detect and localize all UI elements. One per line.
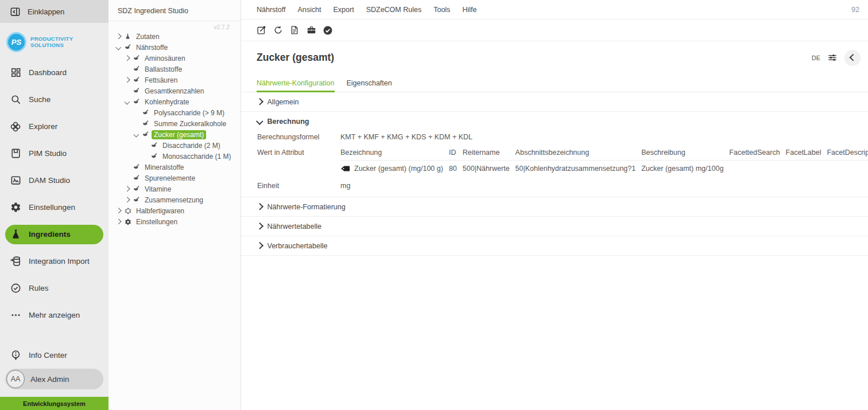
briefcase-button[interactable] <box>306 25 316 36</box>
filter-sliders-icon[interactable] <box>827 53 838 63</box>
chevron-right-icon[interactable] <box>116 208 121 213</box>
ingredient-tree: Zutaten Nährstoffe Aminosäuren Ballastst… <box>108 31 241 227</box>
tab-naehrwerte-konfiguration[interactable]: Nährwerte-Konfiguration <box>257 74 335 92</box>
user-menu[interactable]: AA Alex Admin <box>5 369 103 389</box>
tab-eigenschaften[interactable]: Eigenschaften <box>347 74 392 92</box>
mortar-icon <box>125 44 134 50</box>
menu-hilfe[interactable]: Hilfe <box>462 6 476 14</box>
sidebar-item-dam-studio[interactable]: DAM Studio <box>0 167 108 194</box>
tree-item-summe-zuckeralkohole[interactable]: Summe Zuckeralkohole <box>108 118 241 129</box>
chevron-down-icon <box>256 118 263 124</box>
section-naehrwerte-formatierung-header[interactable]: Nährwerte-Formatierung <box>241 197 868 216</box>
tree-item-zucker-gesamt[interactable]: Zucker (gesamt) <box>108 129 241 140</box>
sidebar-item-info-center[interactable]: Info Center <box>0 342 108 369</box>
avatar: AA <box>6 370 25 388</box>
collapse-panel-button[interactable] <box>844 50 861 66</box>
chevron-right-icon[interactable] <box>125 197 130 202</box>
language-selector[interactable]: DE <box>812 54 820 61</box>
section-verbrauchertabelle-header[interactable]: Verbrauchertabelle <box>241 236 868 255</box>
tree-item-disaccharide[interactable]: Disaccharide (2 M) <box>108 140 241 151</box>
menu-naehrstoff[interactable]: Nährstoff <box>257 6 286 14</box>
sidebar-item-ingredients[interactable]: Ingredients <box>5 225 103 244</box>
tree-item-monosaccharide[interactable]: Monosaccharide (1 M) <box>108 151 241 162</box>
attribute-table-row[interactable]: Zucker (gesamt) (mg/100 g) 80 500|Nährwe… <box>340 161 868 174</box>
refresh-button[interactable] <box>273 25 283 36</box>
tree-item-polysaccharide[interactable]: Polysaccharide (> 9 M) <box>108 107 241 118</box>
tree-item-vitamine[interactable]: Vitamine <box>108 183 241 194</box>
mortar-icon <box>133 186 142 192</box>
section-naehrwertetabelle-header[interactable]: Nährwertetabelle <box>241 217 868 236</box>
chevron-right-icon[interactable] <box>125 56 130 61</box>
field-value-einheit: mg <box>340 182 350 190</box>
tree-item-zusammensetzung[interactable]: Zusammensetzung <box>108 194 241 205</box>
chevron-down-icon[interactable] <box>125 99 130 104</box>
sidebar-item-dashboard[interactable]: Dashboard <box>0 59 108 86</box>
cell-facet-label <box>786 161 827 174</box>
cell-id: 80 <box>449 161 463 174</box>
tree-item-aminosaeuren[interactable]: Aminosäuren <box>108 53 241 64</box>
chevron-down-icon[interactable] <box>134 132 139 137</box>
chevron-right-icon[interactable] <box>125 77 130 83</box>
tree-item-naehrstoffe[interactable]: Nährstoffe <box>108 42 241 53</box>
logo-ps-badge: PS <box>6 32 26 52</box>
section-allgemein: Allgemein <box>241 92 868 112</box>
tree-item-mineralstoffe[interactable]: Mineralstoffe <box>108 162 241 173</box>
sidebar-item-label: Einstellungen <box>29 203 75 212</box>
toolbar <box>241 19 868 41</box>
chevron-right-icon[interactable] <box>125 186 130 192</box>
chevron-right-icon[interactable] <box>116 34 121 39</box>
mortar-icon <box>133 175 142 181</box>
user-name: Alex Admin <box>30 375 69 384</box>
col-bezeichnung: Bezeichnung <box>340 149 449 161</box>
chevron-down-icon[interactable] <box>116 45 121 50</box>
attribute-table: Bezeichnung ID Reitername Abschnittsbeze… <box>340 149 868 174</box>
document-button[interactable] <box>289 25 300 36</box>
sidebar-item-integration-import[interactable]: Integration Import <box>0 248 108 275</box>
sidebar-item-einstellungen[interactable]: Einstellungen <box>0 194 108 221</box>
sidebar-item-pim-studio[interactable]: PIM Studio <box>0 140 108 167</box>
menu-sdzecom-rules[interactable]: SDZeCOM Rules <box>366 6 422 14</box>
tree-panel-title: SDZ Ingredient Studio <box>108 0 241 21</box>
tree-item-spurenelemente[interactable]: Spurenelemente <box>108 173 241 183</box>
sidebar-item-label: Rules <box>29 284 49 292</box>
sidebar-item-rules[interactable]: Rules <box>0 275 108 302</box>
sidebar-item-label: Info Center <box>29 351 67 360</box>
info-pin-icon <box>10 350 21 361</box>
mortar-icon <box>133 55 142 61</box>
ellipsis-icon <box>10 310 21 321</box>
section-verbrauchertabelle: Verbrauchertabelle <box>241 236 868 256</box>
app-logo: PS PRODUCTIVITY SOLUTIONS <box>6 32 108 52</box>
sidebar-item-mehr-anzeigen[interactable]: Mehr anzeigen <box>0 302 108 329</box>
logo-text: PRODUCTIVITY SOLUTIONS <box>30 36 73 48</box>
sidebar-item-suche[interactable]: Suche <box>0 86 108 113</box>
menu-tools[interactable]: Tools <box>433 6 450 14</box>
tree-item-halbfertigwaren[interactable]: Halbfertigwaren <box>108 205 241 216</box>
mortar-icon <box>133 197 142 203</box>
tree-item-ballaststoffe[interactable]: Ballaststoffe <box>108 64 241 75</box>
section-berechnung-header[interactable]: Berechnung <box>241 112 868 131</box>
gear-icon <box>10 202 21 213</box>
tab-bar: Nährwerte-Konfiguration Eigenschaften <box>241 74 868 92</box>
col-beschreibung: Beschreibung <box>641 149 729 161</box>
col-facetlabel: FacetLabel <box>786 149 827 161</box>
menu-export[interactable]: Export <box>334 6 354 14</box>
edit-button[interactable] <box>256 25 266 36</box>
section-berechnung-body: Berechnungsformel KMT + KMF + KMG + KDS … <box>241 133 868 197</box>
chevron-right-icon <box>256 98 263 105</box>
tree-item-einstellungen[interactable]: Einstellungen <box>108 216 241 227</box>
tree-item-zutaten[interactable]: Zutaten <box>108 31 241 42</box>
col-abschnittsbezeichnung: Abschnittsbezeichnung <box>516 149 642 161</box>
menu-ansicht[interactable]: Ansicht <box>298 6 321 14</box>
attribute-table-header-row: Bezeichnung ID Reitername Abschnittsbeze… <box>340 149 868 161</box>
approve-button[interactable] <box>323 25 333 36</box>
tree-item-fettsaeuren[interactable]: Fettsäuren <box>108 75 241 85</box>
dam-studio-icon <box>10 175 21 186</box>
collapse-sidebar-button[interactable]: Einklappen <box>0 0 108 23</box>
sidebar-item-explorer[interactable]: Explorer <box>0 113 108 140</box>
main-panel: Nährstoff Ansicht Export SDZeCOM Rules T… <box>241 0 868 410</box>
chevron-right-icon[interactable] <box>116 219 121 224</box>
tree-item-gesamtkennzahlen[interactable]: Gesamtkennzahlen <box>108 85 241 96</box>
sidebar-item-label: Explorer <box>29 122 57 131</box>
tree-item-kohlenhydrate[interactable]: Kohlenhydrate <box>108 96 241 107</box>
section-allgemein-header[interactable]: Allgemein <box>241 92 868 111</box>
